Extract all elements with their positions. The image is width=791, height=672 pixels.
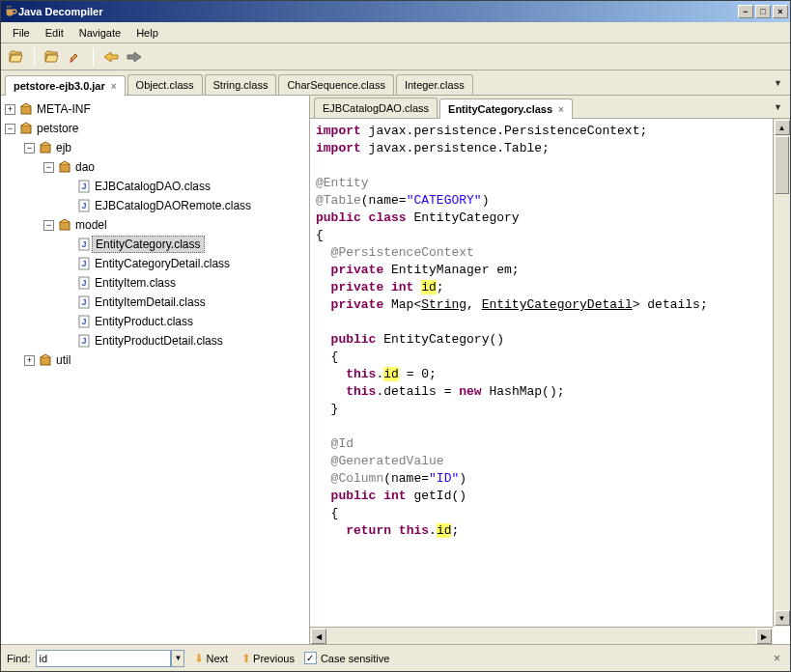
tab-object-class[interactable]: Object.class bbox=[127, 74, 203, 95]
scroll-up-icon[interactable]: ▲ bbox=[775, 120, 790, 135]
findbar: Find: ▼ ⬇ Next ⬆ Previous ✓ Case sensiti… bbox=[1, 644, 790, 671]
svg-text:J: J bbox=[81, 182, 86, 191]
menu-help[interactable]: Help bbox=[128, 25, 166, 41]
svg-rect-2 bbox=[41, 145, 50, 153]
tree-item-class[interactable]: EntityItemDetail.class bbox=[92, 294, 209, 310]
chevron-down-icon[interactable]: ▼ bbox=[774, 102, 782, 112]
tab-label: EntityCategory.class bbox=[448, 103, 552, 115]
tree-item-util[interactable]: util bbox=[53, 352, 73, 368]
dropdown-icon[interactable]: ▼ bbox=[171, 650, 184, 667]
package-icon bbox=[38, 140, 53, 155]
case-sensitive-toggle[interactable]: ✓ Case sensitive bbox=[304, 652, 390, 664]
expand-icon[interactable]: + bbox=[5, 104, 15, 115]
collapse-icon[interactable]: − bbox=[24, 143, 35, 154]
brush-icon[interactable] bbox=[66, 47, 85, 67]
scroll-right-icon[interactable]: ▶ bbox=[756, 629, 772, 644]
tab-integer-class[interactable]: Integer.class bbox=[396, 74, 473, 95]
tree-item-ejb[interactable]: ejb bbox=[53, 140, 74, 155]
tab-label: Integer.class bbox=[405, 79, 465, 91]
forward-icon[interactable] bbox=[125, 47, 144, 67]
minimize-button[interactable]: − bbox=[738, 5, 753, 18]
menu-edit[interactable]: Edit bbox=[38, 25, 71, 41]
class-file-icon: J bbox=[76, 179, 92, 194]
tab-label: Object.class bbox=[136, 79, 194, 91]
scroll-down-icon[interactable]: ▼ bbox=[775, 610, 790, 626]
collapse-icon[interactable]: − bbox=[5, 124, 15, 134]
tree-item-model[interactable]: model bbox=[72, 217, 110, 233]
window-title: Java Decompiler bbox=[18, 6, 738, 17]
collapse-icon[interactable]: − bbox=[43, 220, 54, 231]
code-editor[interactable]: import javax.persistence.PersistenceCont… bbox=[310, 119, 790, 644]
close-icon[interactable]: × bbox=[111, 81, 117, 92]
tab-petstore-jar[interactable]: petstore-ejb3.0.jar × bbox=[5, 75, 126, 96]
chevron-down-icon[interactable]: ▼ bbox=[774, 78, 782, 88]
tab-string-class[interactable]: String.class bbox=[205, 74, 277, 95]
open-icon[interactable] bbox=[7, 47, 26, 67]
find-input[interactable] bbox=[36, 650, 171, 667]
tree-item-class[interactable]: EntityProductDetail.class bbox=[92, 333, 226, 349]
svg-text:J: J bbox=[81, 297, 86, 307]
svg-text:J: J bbox=[81, 336, 86, 346]
svg-text:J: J bbox=[81, 201, 86, 210]
tree-item-class[interactable]: EntityProduct.class bbox=[92, 314, 196, 329]
tab-label: CharSequence.class bbox=[287, 79, 385, 91]
close-icon[interactable]: × bbox=[558, 104, 564, 115]
tab-label: petstore-ejb3.0.jar bbox=[14, 80, 105, 92]
expand-icon[interactable]: + bbox=[24, 355, 35, 366]
package-icon bbox=[18, 101, 34, 117]
checkbox-icon[interactable]: ✓ bbox=[304, 652, 317, 664]
maximize-button[interactable]: □ bbox=[755, 5, 771, 18]
tree-panel[interactable]: + META-INF − petstore − ejb − dao J bbox=[1, 96, 310, 644]
back-icon[interactable] bbox=[101, 47, 121, 67]
class-file-icon: J bbox=[76, 314, 92, 329]
main-tabs: petstore-ejb3.0.jar × Object.class Strin… bbox=[1, 70, 790, 96]
close-button[interactable]: × bbox=[773, 5, 788, 18]
menu-file[interactable]: File bbox=[5, 25, 38, 41]
titlebar: Java Decompiler − □ × bbox=[1, 1, 790, 22]
package-icon bbox=[38, 352, 53, 368]
svg-text:J: J bbox=[81, 278, 86, 288]
svg-rect-8 bbox=[60, 222, 70, 230]
tree-item-class[interactable]: EJBCatalogDAORemote.class bbox=[92, 198, 254, 213]
class-file-icon: J bbox=[76, 333, 92, 349]
editor-tabs: EJBCatalogDAO.class EntityCategory.class… bbox=[310, 96, 790, 119]
class-file-icon: J bbox=[76, 237, 92, 252]
svg-rect-0 bbox=[21, 106, 31, 114]
folder-open-icon[interactable] bbox=[42, 47, 62, 67]
tab-charsequence-class[interactable]: CharSequence.class bbox=[278, 74, 394, 95]
editor-tab-entitycategory[interactable]: EntityCategory.class × bbox=[439, 98, 573, 119]
close-findbar-icon[interactable]: × bbox=[774, 652, 780, 665]
collapse-icon[interactable]: − bbox=[43, 162, 54, 173]
svg-text:J: J bbox=[81, 317, 86, 326]
editor-tab-ejbcatalogdao[interactable]: EJBCatalogDAO.class bbox=[314, 98, 438, 118]
svg-rect-3 bbox=[60, 164, 70, 172]
find-label: Find: bbox=[7, 653, 30, 664]
toolbar bbox=[1, 43, 790, 70]
tab-label: EJBCatalogDAO.class bbox=[323, 102, 429, 114]
svg-rect-1 bbox=[21, 126, 31, 133]
package-icon bbox=[18, 121, 34, 136]
menu-navigate[interactable]: Navigate bbox=[71, 25, 128, 41]
svg-rect-21 bbox=[41, 357, 50, 365]
svg-text:J: J bbox=[81, 259, 86, 268]
find-next-button[interactable]: ⬇ Next bbox=[190, 650, 232, 667]
svg-text:J: J bbox=[81, 239, 86, 249]
tree-item-petstore[interactable]: petstore bbox=[34, 121, 81, 136]
tab-label: String.class bbox=[213, 79, 268, 91]
tree-item-class[interactable]: EntityCategory.class bbox=[92, 236, 205, 253]
class-file-icon: J bbox=[76, 275, 92, 291]
package-icon bbox=[57, 159, 72, 175]
class-file-icon: J bbox=[76, 256, 92, 271]
tree-item-metainf[interactable]: META-INF bbox=[34, 101, 94, 117]
class-file-icon: J bbox=[76, 294, 92, 310]
scroll-left-icon[interactable]: ◀ bbox=[311, 629, 326, 644]
tree-item-class[interactable]: EntityItem.class bbox=[92, 275, 179, 291]
tree-item-dao[interactable]: dao bbox=[72, 159, 98, 175]
find-previous-button[interactable]: ⬆ Previous bbox=[238, 650, 298, 667]
tree-item-class[interactable]: EntityCategoryDetail.class bbox=[92, 256, 233, 271]
horizontal-scrollbar[interactable]: ◀ ▶ bbox=[310, 627, 773, 644]
arrow-up-icon: ⬆ bbox=[241, 652, 251, 665]
tree-item-class[interactable]: EJBCatalogDAO.class bbox=[92, 179, 213, 194]
vertical-scrollbar[interactable]: ▲ ▼ bbox=[773, 119, 790, 627]
package-icon bbox=[57, 217, 72, 233]
